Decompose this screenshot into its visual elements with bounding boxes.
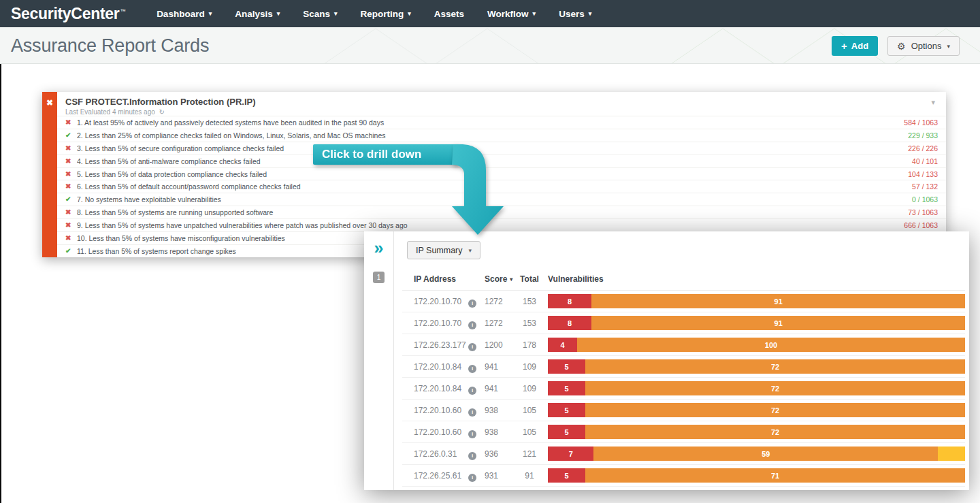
page-title: Assurance Report Cards — [11, 27, 209, 64]
report-card-row[interactable]: ✖9. Less than 5% of systems have unpatch… — [57, 218, 946, 231]
vulnerability-bar-segment[interactable]: 72 — [585, 425, 965, 439]
nav-item-assets[interactable]: Assets — [434, 9, 464, 19]
card-subtitle: Last Evaluated 4 minutes ago ↻ — [65, 108, 938, 116]
ip-table-row[interactable]: 172.20.10.70i1272153891 — [402, 291, 965, 312]
total-value: 105 — [514, 427, 544, 437]
info-icon[interactable]: i — [468, 474, 476, 482]
options-button[interactable]: ⚙ Options ▾ — [887, 36, 960, 56]
chevron-down-icon: ▾ — [408, 10, 411, 17]
nav-item-scans[interactable]: Scans▾ — [303, 9, 337, 19]
ip-table-row[interactable]: 172.26.23.177i12001784100 — [402, 334, 965, 356]
nav-item-analysis[interactable]: Analysis▾ — [235, 9, 280, 19]
vulnerability-bar-segment[interactable]: 91 — [591, 294, 965, 308]
vulnerability-bar-segment[interactable]: 100 — [577, 338, 965, 352]
ip-address: 172.20.10.60 — [414, 406, 468, 415]
info-icon[interactable]: i — [468, 430, 476, 438]
nav-item-label: Analysis — [235, 9, 273, 19]
info-icon[interactable]: i — [468, 387, 476, 395]
add-button[interactable]: + Add — [832, 36, 878, 56]
report-card-row[interactable]: ✔2. Less than 25% of compliance checks f… — [57, 129, 946, 142]
info-icon-cell: i — [468, 426, 485, 438]
total-value: 109 — [514, 362, 544, 372]
vulnerability-bar-segment[interactable]: 71 — [585, 468, 965, 483]
nav-item-reporting[interactable]: Reporting▾ — [361, 9, 411, 19]
info-icon[interactable]: i — [468, 365, 476, 373]
nav-item-workflow[interactable]: Workflow▾ — [487, 9, 536, 19]
vulnerability-bar-segment[interactable]: 59 — [593, 447, 938, 461]
vulnerability-bar-segment[interactable]: 5 — [548, 468, 585, 483]
policy-ratio: 40 / 101 — [912, 157, 938, 165]
panel-main: IP Summary ▾ IP Address Score ▾ Total Vu… — [394, 231, 969, 490]
vulnerability-bar-segment[interactable]: 72 — [585, 359, 965, 374]
vulnerability-bar-segment[interactable]: 5 — [548, 425, 585, 439]
info-icon[interactable]: i — [468, 299, 476, 308]
report-card-row[interactable]: ✖4. Less than 5% of anti-malware complia… — [57, 155, 946, 167]
score-value: 941 — [485, 384, 514, 393]
ip-table-row[interactable] — [402, 487, 965, 490]
vulnerability-bar-segment[interactable]: 5 — [548, 381, 585, 395]
info-icon[interactable]: i — [468, 321, 476, 329]
info-icon[interactable]: i — [468, 408, 476, 417]
check-icon: ✔ — [65, 132, 77, 139]
policy-ratio: 57 / 132 — [912, 182, 938, 191]
app-logo[interactable]: SecurityCenter™ — [11, 5, 125, 23]
vulnerability-bar: 4100 — [548, 338, 965, 352]
card-collapse-caret-icon[interactable]: ▾ — [931, 98, 935, 107]
page-1-badge[interactable]: 1 — [373, 272, 385, 283]
ip-table-row[interactable]: 172.20.10.84i941109572 — [402, 378, 965, 400]
fail-status-icon: ✖ — [46, 99, 53, 107]
vulnerability-bar-segment[interactable]: 5 — [548, 403, 585, 417]
vulnerability-bar-segment[interactable]: 4 — [548, 338, 577, 352]
ip-table-row[interactable]: 172.26.25.61i93191571 — [402, 465, 965, 487]
info-icon-cell: i — [468, 361, 485, 373]
ip-table-row[interactable]: 172.20.10.84i941109572 — [402, 356, 965, 378]
column-score[interactable]: Score ▾ — [485, 274, 514, 284]
vulnerability-bar: 891 — [548, 294, 965, 308]
column-ip-address[interactable]: IP Address — [414, 274, 485, 284]
chevron-down-icon: ▾ — [947, 43, 950, 50]
score-value: 1272 — [485, 319, 514, 328]
x-icon: ✖ — [65, 171, 77, 178]
vulnerability-bar-segment[interactable]: 72 — [585, 381, 965, 395]
ip-table-row[interactable]: 172.20.10.60i938105572 — [402, 421, 965, 443]
ip-summary-dropdown[interactable]: IP Summary ▾ — [407, 241, 480, 259]
info-icon[interactable]: i — [468, 452, 476, 460]
check-icon: ✔ — [65, 248, 77, 255]
chevron-down-icon: ▾ — [334, 10, 338, 17]
column-total[interactable]: Total — [514, 274, 544, 284]
report-card-row[interactable]: ✖8. Less than 5% of systems are running … — [57, 206, 946, 218]
policy-statement-text: 1. At least 95% of actively and passivel… — [77, 118, 904, 127]
report-card-row[interactable]: ✔7. No systems have exploitable vulnerab… — [57, 193, 946, 206]
ip-table-row[interactable]: 172.20.10.60i938105572 — [402, 400, 965, 421]
expand-panel-icon[interactable]: » — [374, 240, 384, 257]
x-icon: ✖ — [65, 119, 77, 126]
vulnerability-bar-segment[interactable]: 8 — [548, 294, 591, 308]
policy-ratio: 73 / 1063 — [908, 208, 938, 216]
nav-item-dashboard[interactable]: Dashboard▾ — [157, 9, 212, 19]
refresh-icon[interactable]: ↻ — [159, 108, 165, 116]
x-icon: ✖ — [65, 145, 77, 152]
ip-table-row[interactable]: 172.26.0.31i936121759 — [402, 443, 965, 465]
ip-table-row[interactable]: 172.20.10.70i1272153891 — [402, 312, 965, 334]
ip-address: 172.26.0.31 — [414, 449, 468, 459]
report-card-row[interactable]: ✖6. Less than 5% of default account/pass… — [57, 180, 946, 193]
vulnerability-bar-segment[interactable]: 91 — [591, 316, 965, 330]
ip-address: 172.20.10.60 — [414, 427, 468, 437]
vulnerability-bar-segment[interactable] — [938, 447, 965, 461]
vulnerability-bar-segment[interactable]: 7 — [548, 447, 593, 461]
report-card-row[interactable]: ✖3. Less than 5% of secure configuration… — [57, 142, 946, 155]
nav-item-users[interactable]: Users▾ — [559, 9, 591, 19]
policy-statement-text: 6. Less than 5% of default account/passw… — [77, 182, 912, 191]
card-title[interactable]: CSF PROTECT.Information Protection (PR.I… — [65, 97, 938, 107]
vulnerability-bar-segment[interactable]: 8 — [548, 316, 591, 330]
plus-icon: + — [841, 40, 847, 52]
report-card-row[interactable]: ✖5. Less than 5% of data protection comp… — [57, 167, 946, 180]
x-icon: ✖ — [65, 183, 77, 190]
total-value: 105 — [514, 406, 544, 415]
info-icon-cell: i — [468, 383, 485, 395]
info-icon[interactable]: i — [468, 343, 476, 351]
vulnerability-bar-segment[interactable]: 5 — [548, 359, 585, 374]
policy-ratio: 666 / 1063 — [904, 221, 938, 229]
vulnerability-bar-segment[interactable]: 72 — [585, 403, 965, 417]
report-card-row[interactable]: ✖1. At least 95% of actively and passive… — [57, 116, 946, 129]
